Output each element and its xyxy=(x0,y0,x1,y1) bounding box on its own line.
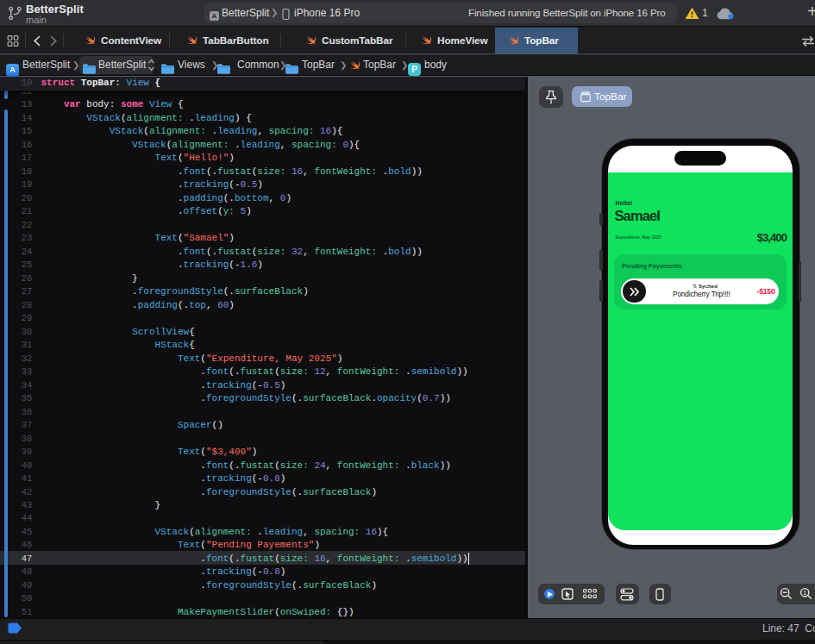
svg-text:1: 1 xyxy=(803,590,806,596)
